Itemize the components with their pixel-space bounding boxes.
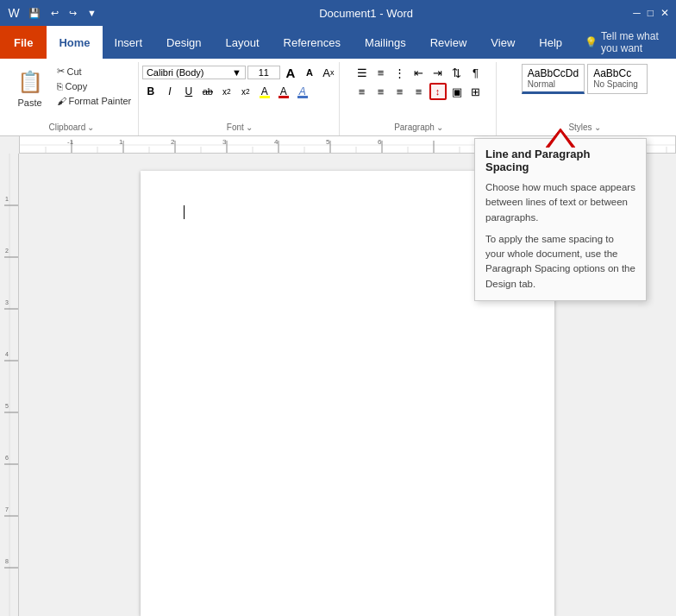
paragraph-expand-icon[interactable]: ⌄: [436, 123, 443, 132]
ribbon-styles-group: AaBbCcDd Normal AaBbCc No Spacing Styles…: [498, 62, 671, 135]
superscript-button[interactable]: x2: [237, 83, 254, 100]
menu-references[interactable]: References: [272, 26, 353, 59]
sort-button[interactable]: ⇅: [448, 64, 466, 81]
para-row1: ☰ ≡ ⋮ ⇤ ⇥ ⇅ ¶: [354, 64, 485, 81]
tooltip-arrow: [546, 129, 575, 150]
clear-formatting-button[interactable]: Ax: [320, 64, 337, 81]
cut-button[interactable]: ✂ Cut: [53, 64, 135, 79]
close-btn[interactable]: ✕: [660, 7, 669, 19]
svg-text:8: 8: [5, 558, 9, 564]
font-size-selector[interactable]: 11: [247, 66, 280, 79]
tooltip-body-para2: To apply the same spacing to your whole …: [485, 232, 635, 292]
font-grow-button[interactable]: A: [282, 64, 299, 81]
svg-text:2: 2: [5, 248, 9, 254]
title-bar: W 💾 ↩ ↪ ▼ Document1 - Word ─ □ ✕: [0, 0, 676, 26]
font-group-label: Font ⌄: [227, 123, 253, 134]
menu-file[interactable]: File: [0, 26, 47, 59]
ruler-left-margin: [0, 136, 19, 154]
italic-button[interactable]: I: [161, 83, 178, 100]
normal-style[interactable]: AaBbCcDd Normal: [522, 64, 585, 94]
text-effects-button[interactable]: A: [294, 83, 311, 100]
menu-help[interactable]: Help: [527, 26, 574, 59]
bullets-button[interactable]: ☰: [354, 64, 371, 81]
shading-button[interactable]: ▣: [448, 83, 466, 100]
font-color-button[interactable]: A: [275, 83, 292, 100]
ribbon-paragraph-group: ☰ ≡ ⋮ ⇤ ⇥ ⇅ ¶ ≡ ≡ ≡ ≡ ↕ ▣ ⊞ Paragraph: [341, 62, 497, 135]
font-shrink-button[interactable]: A: [301, 64, 318, 81]
bold-button[interactable]: B: [142, 83, 160, 100]
menu-design[interactable]: Design: [154, 26, 213, 59]
svg-text:6: 6: [378, 138, 382, 146]
cut-icon: ✂: [57, 66, 65, 77]
svg-text:4: 4: [5, 351, 9, 357]
show-formatting-button[interactable]: ¶: [467, 64, 485, 81]
minimize-btn[interactable]: ─: [633, 7, 641, 19]
paste-icon: 📋: [15, 66, 46, 97]
menu-layout[interactable]: Layout: [214, 26, 272, 59]
font-row2: B I U ab x2 x2 A A A: [142, 83, 311, 100]
tell-me-box[interactable]: 💡 Tell me what you want: [574, 26, 676, 59]
ribbon: 📋 Paste ✂ Cut ⎘ Copy 🖌 Format Painter C: [0, 59, 676, 136]
clipboard-group-label: Clipboard ⌄: [48, 123, 94, 134]
underline-button[interactable]: U: [180, 83, 197, 100]
align-left-button[interactable]: ≡: [354, 83, 371, 100]
copy-label: Copy: [66, 81, 88, 91]
font-name-selector[interactable]: Calibri (Body) ▼: [142, 66, 246, 79]
svg-text:-1: -1: [67, 138, 74, 146]
svg-text:5: 5: [5, 403, 9, 409]
clipboard-expand-icon[interactable]: ⌄: [87, 123, 94, 132]
menu-mailings[interactable]: Mailings: [353, 26, 418, 59]
align-right-button[interactable]: ≡: [391, 83, 409, 100]
decrease-indent-button[interactable]: ⇤: [410, 64, 428, 81]
paste-button[interactable]: 📋 Paste: [9, 64, 52, 110]
save-quick-btn[interactable]: 💾: [26, 8, 43, 19]
style-boxes: AaBbCcDd Normal AaBbCc No Spacing: [522, 64, 648, 94]
menu-view[interactable]: View: [479, 26, 527, 59]
tooltip-title: Line and Paragraph Spacing: [485, 148, 635, 173]
copy-button[interactable]: ⎘ Copy: [53, 79, 135, 93]
justify-button[interactable]: ≡: [410, 83, 428, 100]
restore-btn[interactable]: □: [648, 7, 654, 19]
menu-home[interactable]: Home: [47, 26, 102, 59]
format-painter-label: Format Painter: [69, 96, 132, 106]
font-row1: Calibri (Body) ▼ 11 A A Ax: [142, 64, 337, 81]
redo-quick-btn[interactable]: ↪: [66, 8, 79, 19]
styles-content: AaBbCcDd Normal AaBbCc No Spacing: [522, 64, 648, 123]
align-center-button[interactable]: ≡: [372, 83, 390, 100]
borders-button[interactable]: ⊞: [467, 83, 485, 100]
customize-quick-btn[interactable]: ▼: [84, 8, 99, 18]
menu-insert[interactable]: Insert: [103, 26, 155, 59]
tooltip-body: Choose how much space appears between li…: [485, 180, 635, 292]
subscript-button[interactable]: x2: [218, 83, 235, 100]
font-color-bar: [279, 96, 289, 98]
document-title: Document1 - Word: [319, 7, 413, 20]
numbering-button[interactable]: ≡: [372, 64, 390, 81]
title-bar-left: W 💾 ↩ ↪ ▼: [7, 6, 99, 20]
text-highlight-button[interactable]: A: [256, 83, 273, 100]
para-row2: ≡ ≡ ≡ ≡ ↕ ▣ ⊞: [354, 83, 485, 100]
svg-text:3: 3: [222, 138, 227, 146]
format-painter-button[interactable]: 🖌 Format Painter: [53, 94, 135, 108]
clipboard-small-btns: ✂ Cut ⎘ Copy 🖌 Format Painter: [53, 64, 135, 108]
svg-text:6: 6: [5, 455, 9, 461]
ribbon-font-group: Calibri (Body) ▼ 11 A A Ax B I U ab x2 x…: [141, 62, 340, 135]
paste-label: Paste: [17, 97, 41, 108]
line-spacing-button[interactable]: ↕: [429, 83, 447, 100]
styles-expand-icon[interactable]: ⌄: [594, 123, 601, 132]
undo-quick-btn[interactable]: ↩: [48, 8, 61, 19]
tooltip-body-para1: Choose how much space appears between li…: [485, 180, 635, 225]
menu-bar: File Home Insert Design Layout Reference…: [0, 26, 676, 59]
no-spacing-style[interactable]: AaBbCc No Spacing: [587, 64, 648, 94]
multilevel-list-button[interactable]: ⋮: [391, 64, 409, 81]
strikethrough-button[interactable]: ab: [199, 83, 216, 100]
tell-me-text: Tell me what you want: [601, 30, 666, 54]
svg-text:2: 2: [171, 138, 175, 146]
font-expand-icon[interactable]: ⌄: [246, 123, 253, 132]
vertical-ruler: 1 2 3 4 5 6 7 8: [0, 154, 19, 616]
copy-icon: ⎘: [57, 81, 63, 91]
svg-text:7: 7: [5, 506, 9, 512]
font-content: Calibri (Body) ▼ 11 A A Ax B I U ab x2 x…: [142, 64, 337, 123]
increase-indent-button[interactable]: ⇥: [429, 64, 447, 81]
menu-review[interactable]: Review: [418, 26, 479, 59]
cut-label: Cut: [67, 66, 82, 77]
